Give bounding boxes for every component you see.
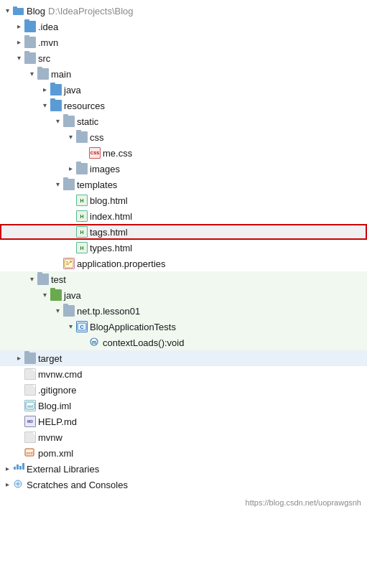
templates-label: templates [77, 179, 117, 190]
tags-html-label: tags.html [90, 227, 128, 238]
src-folder-icon [24, 52, 36, 64]
app-props-label: application.properties [77, 258, 166, 269]
app-props-item[interactable]: application.properties [0, 256, 367, 271]
root-path: D:\IdeaProjects\Blog [48, 6, 134, 17]
images-label: images [90, 164, 120, 174]
footer: https://blog.csdn.net/uoprawgsnh [0, 495, 367, 510]
blog-app-tests-label: BlogApplicationTests [90, 322, 176, 332]
ext-libs-arrow [1, 463, 13, 475]
static-item[interactable]: static [0, 113, 367, 129]
mvnw-item[interactable]: mvnw [0, 429, 367, 445]
java-label: java [64, 85, 81, 95]
mvn-item[interactable]: .mvn [0, 34, 367, 50]
app-props-icon [63, 258, 75, 269]
types-html-label: types.html [90, 243, 132, 253]
root-label: Blog [27, 6, 45, 17]
main-folder-icon [37, 68, 49, 80]
test-java-label: java [64, 290, 81, 301]
tags-html-item[interactable]: H tags.html [0, 224, 367, 240]
index-html-item[interactable]: H index.html [0, 208, 367, 224]
root-item[interactable]: Blog D:\IdeaProjects\Blog [0, 3, 367, 19]
mecss-item[interactable]: CSS me.css [0, 145, 367, 161]
blog-app-tests-icon: C [76, 321, 88, 332]
resources-folder-icon [50, 100, 62, 111]
main-item[interactable]: main [0, 66, 367, 82]
help-md-item[interactable]: MD HELP.md [0, 414, 367, 429]
project-tree: Blog D:\IdeaProjects\Blog .idea .mvn src… [0, 0, 367, 495]
help-md-icon: MD [24, 416, 36, 427]
templates-folder-icon [63, 179, 75, 190]
target-item[interactable]: target [0, 350, 367, 366]
idea-label: .idea [38, 22, 58, 32]
context-loads-icon: m [89, 337, 101, 348]
svg-rect-1 [13, 6, 17, 9]
context-loads-label: contextLoads():void [103, 337, 184, 348]
blog-app-tests-item[interactable]: C BlogApplicationTests [0, 319, 367, 335]
src-label: src [38, 53, 50, 64]
svg-rect-3 [66, 261, 68, 262]
index-html-icon: H [76, 210, 88, 222]
types-html-item[interactable]: H types.html [0, 240, 367, 256]
mvn-arrow [13, 37, 24, 48]
css-arrow [65, 131, 76, 143]
css-folder-icon [76, 131, 88, 143]
mvn-label: .mvn [38, 37, 58, 48]
net-tp-item[interactable]: net.tp.lesson01 [0, 303, 367, 319]
blog-iml-label: Blog.iml [38, 401, 71, 411]
images-item[interactable]: images [0, 161, 367, 177]
resources-label: resources [64, 101, 105, 111]
java-item[interactable]: java [0, 82, 367, 98]
blog-html-item[interactable]: H blog.html [0, 192, 367, 208]
images-folder-icon [76, 163, 88, 174]
scratches-item[interactable]: Scratches and Consoles [0, 477, 367, 493]
help-md-label: HELP.md [38, 416, 77, 427]
svg-rect-6 [70, 261, 72, 263]
resources-arrow [39, 100, 50, 111]
blog-iml-icon: iml [24, 400, 36, 411]
templates-item[interactable]: templates [0, 177, 367, 192]
blog-iml-item[interactable]: iml Blog.iml [0, 398, 367, 414]
css-folder-label: css [90, 132, 104, 143]
idea-item[interactable]: .idea [0, 19, 367, 34]
static-folder-icon [63, 116, 75, 127]
resources-item[interactable]: resources [0, 98, 367, 113]
root-arrow [1, 5, 13, 17]
blog-html-label: blog.html [90, 195, 128, 206]
images-arrow [65, 163, 76, 174]
test-java-arrow [39, 289, 50, 301]
gitignore-item[interactable]: .gitignore [0, 382, 367, 398]
idea-arrow [13, 21, 24, 32]
test-java-item[interactable]: java [0, 287, 367, 303]
test-item[interactable]: test [0, 271, 367, 287]
templates-arrow [52, 179, 63, 190]
blog-html-icon: H [76, 195, 88, 206]
index-html-label: index.html [90, 211, 132, 222]
ext-libs-item[interactable]: External Libraries [0, 461, 367, 477]
test-label: test [51, 274, 66, 285]
java-folder-icon [50, 84, 62, 95]
main-label: main [51, 69, 71, 80]
mvn-folder-icon [24, 37, 36, 48]
svg-text:iml: iml [27, 404, 33, 409]
net-tp-label: net.tp.lesson01 [77, 306, 140, 317]
net-tp-folder-icon [63, 305, 75, 317]
gitignore-icon [24, 384, 36, 396]
pom-xml-label: pom.xml [38, 448, 73, 459]
idea-folder-icon [24, 21, 36, 32]
target-arrow [13, 353, 24, 364]
mvnw-cmd-item[interactable]: mvnw.cmd [0, 366, 367, 382]
mvnw-cmd-icon [24, 368, 36, 380]
footer-link-text: https://blog.csdn.net/uoprawgsnh [246, 498, 361, 507]
pom-xml-item[interactable]: xml pom.xml [0, 445, 367, 461]
tags-html-icon: H [76, 226, 88, 238]
scratches-arrow [1, 479, 13, 490]
static-label: static [77, 116, 98, 127]
src-item[interactable]: src [0, 50, 367, 66]
types-html-icon: H [76, 242, 88, 253]
mvnw-cmd-label: mvnw.cmd [38, 369, 82, 380]
main-arrow [26, 68, 37, 80]
context-loads-item[interactable]: m contextLoads():void [0, 335, 367, 350]
css-folder-item[interactable]: css [0, 129, 367, 145]
static-arrow [52, 116, 63, 127]
test-arrow [26, 274, 37, 285]
